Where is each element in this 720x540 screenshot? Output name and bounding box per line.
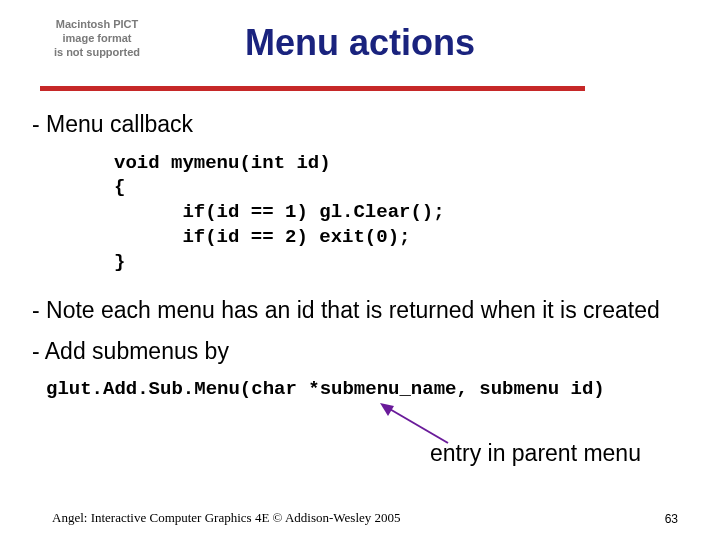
code-mymenu: void mymenu(int id) { if(id == 1) gl.Cle… (114, 151, 700, 274)
svg-line-0 (388, 408, 448, 443)
page-number: 63 (665, 512, 678, 526)
slide-content: Menu callback void mymenu(int id) { if(i… (28, 110, 700, 400)
slide-title: Menu actions (0, 22, 720, 64)
svg-marker-1 (380, 403, 394, 416)
bullet-menu-callback: Menu callback (28, 110, 700, 139)
arrow-annotation: entry in parent menu (430, 440, 641, 467)
bullet-note-id: Note each menu has an id that is returne… (28, 296, 700, 325)
code-glutaddsubmenu: glut.Add.Sub.Menu(char *submenu_name, su… (46, 378, 700, 400)
title-underline (40, 86, 585, 91)
bullet-add-submenus: Add submenus by (28, 337, 700, 366)
arrow-icon (378, 403, 458, 445)
footer-citation: Angel: Interactive Computer Graphics 4E … (52, 510, 401, 526)
